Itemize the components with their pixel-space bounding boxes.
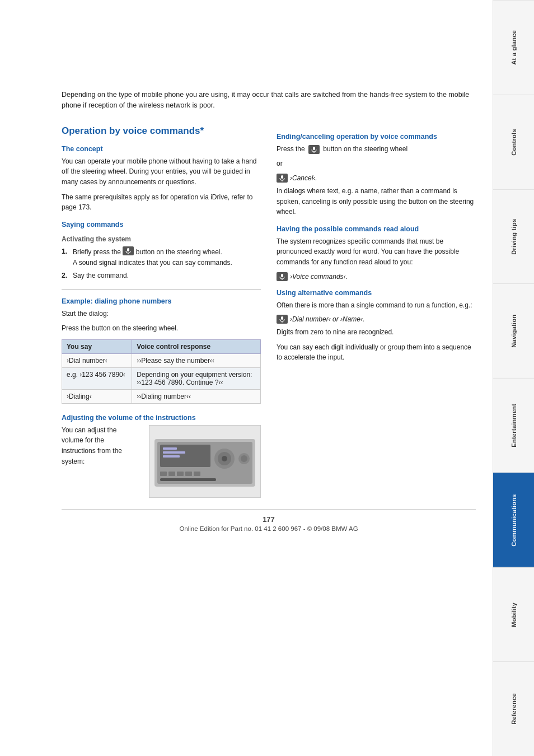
voice-button-icon-step1 (123, 246, 134, 255)
main-section-heading: Operation by voice commands* (62, 125, 261, 137)
table-header-response: Voice control response (132, 339, 261, 353)
dial-or-name-line: ›Dial number‹ or ›Name‹. (277, 315, 476, 324)
steps-list: 1. Briefly press the button on the steer… (62, 246, 261, 281)
table-cell-say-1: ›Dial number‹ (62, 353, 132, 367)
saying-commands-heading: Saying commands (62, 221, 261, 228)
voice-icon-commands (277, 272, 288, 281)
adjust-layout: You can adjust the volume for the instru… (62, 425, 261, 498)
main-content: Depending on the type of mobile phone yo… (0, 0, 493, 756)
sidebar-tab-communications[interactable]: Communications (493, 473, 534, 567)
alternative-para3: You can say each digit individually or g… (277, 342, 476, 363)
concept-para1: You can operate your mobile phone withou… (62, 156, 261, 188)
svg-rect-21 (281, 175, 283, 179)
table-cell-say-3: ›Dialing‹ (62, 389, 132, 403)
ending-or: or (277, 158, 476, 169)
having-commands-heading: Having the possible commands read aloud (277, 225, 476, 233)
svg-rect-9 (168, 472, 175, 476)
example-intro: Start the dialog: (62, 309, 261, 319)
alternative-heading: Using alternative commands (277, 289, 476, 297)
activating-system-heading: Activating the system (62, 235, 261, 243)
svg-point-7 (222, 456, 227, 461)
adjusting-section: Adjusting the volume of the instructions… (62, 414, 261, 498)
sidebar: At a glance Controls Driving tips Naviga… (493, 0, 534, 756)
ending-heading: Ending/canceling operation by voice comm… (277, 133, 476, 141)
svg-point-18 (241, 455, 247, 462)
sidebar-tab-at-a-glance[interactable]: At a glance (493, 0, 534, 95)
table-row: ›Dialing‹ ››Dialing number‹‹ (62, 389, 261, 403)
svg-rect-12 (194, 472, 200, 476)
svg-rect-15 (163, 451, 185, 454)
svg-rect-11 (185, 472, 192, 476)
footer: 177 Online Edition for Part no. 01 41 2 … (62, 509, 476, 532)
right-column: Ending/canceling operation by voice comm… (277, 125, 476, 498)
voice-icon-dial (277, 315, 288, 324)
svg-rect-19 (313, 147, 315, 150)
voice-icon-cancel (277, 174, 288, 183)
two-column-layout: Operation by voice commands* The concept… (62, 125, 476, 498)
svg-rect-0 (127, 248, 129, 251)
table-cell-response-2: Depending on your equipment version:››12… (132, 367, 261, 389)
table-cell-response-3: ››Dialing number‹‹ (132, 389, 261, 403)
step-2: 2. Say the command. (62, 270, 261, 281)
svg-rect-25 (281, 316, 283, 320)
svg-rect-13 (160, 478, 216, 481)
footer-text: Online Edition for Part no. 01 41 2 600 … (62, 525, 476, 532)
svg-rect-23 (281, 274, 283, 277)
page-number: 177 (62, 515, 476, 524)
alternative-para2: Digits from zero to nine are recognized. (277, 327, 476, 338)
ending-para2: In dialogs where text, e.g. a name, rath… (277, 186, 476, 217)
sidebar-tab-entertainment[interactable]: Entertainment (493, 378, 534, 473)
svg-rect-16 (163, 455, 180, 458)
table-header-say: You say (62, 339, 132, 353)
cancel-command-text: ›Cancel‹. (290, 174, 317, 182)
ending-para1: Press the button on the steering wheel (277, 144, 476, 155)
adjusting-heading: Adjusting the volume of the instructions (62, 414, 261, 422)
step-1: 1. Briefly press the button on the steer… (62, 246, 261, 268)
sidebar-tab-driving-tips[interactable]: Driving tips (493, 189, 534, 284)
sidebar-tab-navigation[interactable]: Navigation (493, 283, 534, 378)
concept-heading: The concept (62, 145, 261, 153)
voice-commands-text: ›Voice commands‹. (290, 273, 348, 281)
sidebar-tab-mobility[interactable]: Mobility (493, 567, 534, 662)
svg-rect-10 (177, 472, 184, 476)
example-press-note: Press the button on the steering wheel. (62, 323, 261, 334)
table-cell-say-2: e.g. ›123 456 7890‹ (62, 367, 132, 389)
voice-button-icon-end (308, 145, 320, 154)
having-commands-para1: The system recognizes specific commands … (277, 236, 476, 268)
cancel-command-line: ›Cancel‹. (277, 174, 476, 183)
svg-rect-8 (160, 472, 167, 476)
voice-commands-line: ›Voice commands‹. (277, 272, 476, 281)
table-row: e.g. ›123 456 7890‹ Depending on your eq… (62, 367, 261, 389)
left-column: Operation by voice commands* The concept… (62, 125, 261, 498)
sidebar-tab-reference[interactable]: Reference (493, 661, 534, 756)
concept-para2: The same prerequisites apply as for oper… (62, 192, 261, 213)
intro-paragraph: Depending on the type of mobile phone yo… (62, 90, 476, 111)
commands-table: You say Voice control response ›Dial num… (62, 339, 261, 404)
dial-or-name-text: ›Dial number‹ or ›Name‹. (290, 315, 364, 323)
adjust-text: You can adjust the volume for the instru… (62, 425, 140, 466)
sidebar-tab-controls[interactable]: Controls (493, 95, 534, 189)
table-cell-response-1: ››Please say the number‹‹ (132, 353, 261, 367)
car-stereo-svg (152, 428, 258, 495)
alternative-para1: Often there is more than a single comman… (277, 300, 476, 311)
car-stereo-image (149, 425, 261, 498)
example-heading: Example: dialing phone numbers (62, 297, 261, 305)
table-row: ›Dial number‹ ››Please say the number‹‹ (62, 353, 261, 367)
divider-1 (62, 289, 261, 290)
svg-rect-14 (163, 447, 177, 450)
